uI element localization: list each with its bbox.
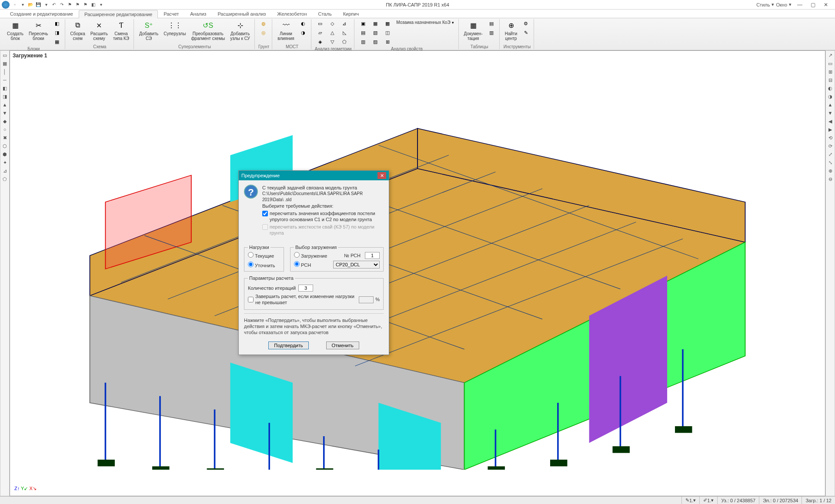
style-label[interactable]: Стиль [756, 2, 770, 7]
tab-brick[interactable]: Кирпич [337, 10, 365, 18]
tool-icon[interactable]: ▦ [1, 60, 8, 67]
rsn-no-label: № РСН [344, 252, 361, 259]
ribbon-tabs: Создание и редактирование Расширенное ре… [0, 10, 835, 18]
tool-icon[interactable]: ▭ [1, 52, 8, 59]
rsn-number-input[interactable] [365, 252, 380, 259]
most-btn[interactable]: ◐ [298, 19, 308, 28]
save-icon[interactable]: 💾 [35, 1, 42, 8]
maximize-button[interactable]: ▢ [806, 0, 819, 9]
flag3-icon[interactable]: ⚑ [82, 1, 89, 8]
tool-icon[interactable]: ✖ [1, 135, 8, 142]
cancel-button[interactable]: Отменить [326, 342, 359, 349]
tool-icon[interactable]: ▭ [827, 60, 834, 67]
unstitch-button[interactable]: ⨯Расшить схему [89, 19, 110, 44]
tool-icon[interactable]: ✦ [1, 159, 8, 166]
iterations-input[interactable] [298, 285, 313, 292]
ground-btn1[interactable]: ◍ [258, 19, 269, 28]
dialog-titlebar[interactable]: Предупреждение ✕ [239, 171, 389, 180]
tab-ext-analysis[interactable]: Расширенный анализ [212, 10, 271, 18]
tab-concrete[interactable]: Железобетон [271, 10, 312, 18]
tool-icon[interactable]: ⬢ [1, 151, 8, 158]
status-tool2[interactable]: ✐ 1. ▾ [699, 497, 717, 504]
tool-icon[interactable]: ⤡ [827, 159, 834, 166]
create-block-button[interactable]: ▦Создать блок [5, 19, 25, 46]
dropdown-icon[interactable]: ▾ [43, 1, 50, 8]
tool-icon[interactable]: ▼ [827, 110, 834, 117]
influence-lines-button[interactable]: 〰Линии влияния [276, 19, 296, 44]
tool-icon[interactable]: ⊿ [1, 168, 8, 175]
open-icon[interactable]: 📂 [27, 1, 34, 8]
tab-create-edit[interactable]: Создание и редактирование [4, 10, 79, 18]
tool-icon[interactable]: ⊕ [827, 168, 834, 175]
finish-threshold-checkbox[interactable] [248, 297, 254, 302]
add-nodes-su-button[interactable]: ⊹Добавить узлы к СУ [228, 19, 252, 44]
tool-icon[interactable]: │ [1, 69, 8, 76]
most-btn[interactable]: ◑ [298, 28, 308, 37]
tab-steel[interactable]: Сталь [313, 10, 337, 18]
dropdown-icon[interactable]: ▾ [97, 1, 104, 8]
tab-calc[interactable]: Расчет [158, 10, 184, 18]
status-tool1[interactable]: ✎ 1. ▾ [681, 497, 699, 504]
flag1-icon[interactable]: ⚑ [66, 1, 73, 8]
unstitch-icon: ⨯ [94, 20, 104, 30]
assemble-button[interactable]: ⧉Сборка схем [69, 19, 87, 44]
toolbtn[interactable]: ◧ [52, 19, 62, 28]
recompute-c1c2-checkbox[interactable] [262, 211, 268, 216]
toolbtn[interactable]: ◨ [52, 28, 62, 37]
docs-button[interactable]: ▦Докумен- тация [462, 19, 484, 44]
tool-icon[interactable]: ⬠ [1, 176, 8, 183]
question-icon: ? [244, 185, 258, 199]
add-se-button[interactable]: S⁺Добавить СЭ [137, 19, 160, 44]
confirm-button[interactable]: Подтвердить [268, 342, 308, 349]
svg-rect-31 [152, 466, 169, 470]
convert-fragment-button[interactable]: ↺SПреобразовать фрагмент схемы [189, 19, 227, 44]
rsn-radio[interactable] [294, 261, 300, 267]
minimize-button[interactable]: — [793, 0, 806, 9]
toolbtn[interactable]: ▦ [52, 37, 62, 46]
close-button[interactable]: ✕ [819, 0, 832, 9]
dialog-close-button[interactable]: ✕ [377, 172, 386, 179]
refine-loads-radio[interactable] [248, 262, 254, 267]
tool-icon[interactable]: ⊞ [827, 69, 834, 76]
supernodes-button[interactable]: ⋮⋮Суперузлы [162, 19, 187, 44]
redo-icon[interactable]: ↷ [58, 1, 65, 8]
tool-icon[interactable]: ○ [1, 126, 8, 133]
tool-icon[interactable]: ◑ [827, 93, 834, 100]
tool-icon[interactable]: ⤢ [827, 151, 834, 158]
flag2-icon[interactable]: ⚑ [74, 1, 81, 8]
tool-icon[interactable]: ◆ [1, 118, 8, 125]
loading-radio[interactable] [294, 252, 300, 258]
model-viewport[interactable]: Загружение 1 [10, 50, 825, 496]
dialog-path: C:\Users\Public\Documents\LIRA SAPR\LIRA… [262, 191, 384, 203]
tool-icon[interactable]: ⟳ [827, 143, 834, 150]
rsn-select[interactable]: СР20_DCL [333, 261, 380, 269]
tool-icon[interactable]: ↗ [827, 52, 834, 59]
change-fe-type-button[interactable]: ƬСмена типа КЭ [111, 19, 131, 44]
current-loads-radio[interactable] [248, 252, 254, 258]
tool-icon[interactable]: ◀ [827, 118, 834, 125]
mosaic-dropdown[interactable]: Мозаика назначенных КоЭ▾ [394, 19, 455, 26]
tool-icon[interactable]: ◐ [827, 85, 834, 92]
ground-btn2[interactable]: ◎ [258, 28, 269, 37]
undo-icon[interactable]: ↶ [50, 1, 57, 8]
tool-icon[interactable]: ⊟ [827, 77, 834, 84]
tab-ext-edit[interactable]: Расширенное редактирование [79, 10, 158, 18]
tab-analysis[interactable]: Анализ [184, 10, 212, 18]
tool-icon[interactable]: ▲ [1, 102, 8, 109]
find-center-button[interactable]: ⊕Найти центр [503, 19, 519, 44]
dropdown-icon[interactable]: ▾ [19, 1, 26, 8]
tool-icon[interactable]: ⟲ [827, 135, 834, 142]
tool-icon[interactable]: ◨ [1, 93, 8, 100]
window-menu-label[interactable]: Окно [776, 2, 787, 7]
chart-icon[interactable]: ◧ [90, 1, 97, 8]
tool-icon[interactable]: ▲ [827, 102, 834, 109]
tool-icon[interactable]: ▼ [1, 110, 8, 117]
new-file-icon[interactable]: ▫ [11, 1, 18, 8]
group-tools-label: Инструменты [503, 44, 531, 49]
tool-icon[interactable]: ⊖ [827, 176, 834, 183]
tool-icon[interactable]: ◧ [1, 85, 8, 92]
tool-icon[interactable]: ─ [1, 77, 8, 84]
tool-icon[interactable]: ▶ [827, 126, 834, 133]
tool-icon[interactable]: ⬡ [1, 143, 8, 150]
intersect-blocks-button[interactable]: ✂Пересечь блоки [27, 19, 50, 46]
